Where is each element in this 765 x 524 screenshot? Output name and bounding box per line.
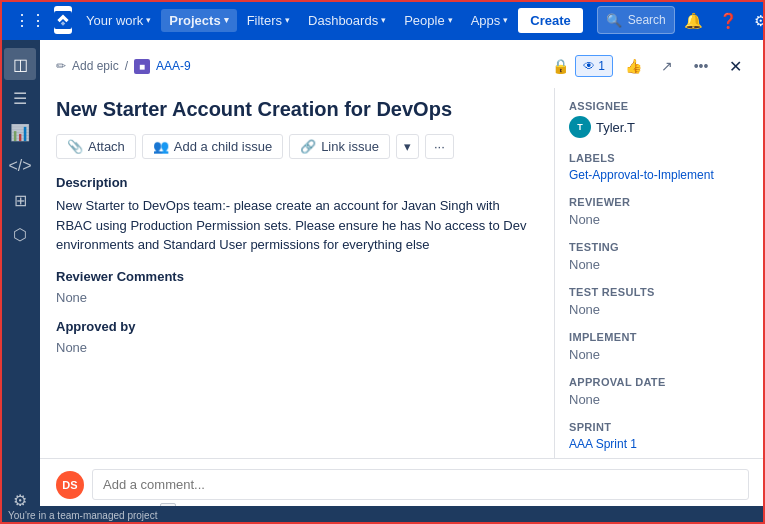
testing-label: Testing [569,241,751,253]
sidebar-item-reports[interactable]: 📊 [4,116,36,148]
labels-field: Labels Get-Approval-to-Implement [569,152,751,182]
sprint-field: Sprint AAA Sprint 1 [569,421,751,451]
issues-icon: ⊞ [14,191,27,210]
issue-title: New Starter Account Creation for DevOps [56,96,538,122]
comment-avatar: DS [56,471,84,499]
implement-label: Implement [569,331,751,343]
grid-icon[interactable]: ⋮⋮ [8,5,52,36]
assignee-field: Assignee T Tyler.T [569,100,751,138]
share-button[interactable]: ↗ [653,52,681,80]
chevron-down-icon: ▾ [448,15,453,25]
reviewer-comments-value: None [56,290,538,305]
dashboards-nav[interactable]: Dashboards ▾ [300,9,394,32]
reviewer-field: Reviewer None [569,196,751,227]
reviewer-label: Reviewer [569,196,751,208]
description-label: Description [56,175,538,190]
chevron-down-icon: ▾ [146,15,151,25]
issue-panel: ✏ Add epic / ■ AAA-9 🔒 👁 1 👍 ↗ ••• ✕ [40,40,765,524]
sidebar-item-issues[interactable]: ⊞ [4,184,36,216]
approval-date-label: Approval Date [569,376,751,388]
components-icon: ⬡ [13,225,27,244]
sidebar: ◫ ☰ 📊 </> ⊞ ⬡ ⚙ [0,40,40,524]
svg-rect-0 [54,11,72,29]
apps-nav[interactable]: Apps ▾ [463,9,517,32]
testing-field: Testing None [569,241,751,272]
approval-date-value: None [569,392,751,407]
status-bar: You're in a team-managed project [0,506,765,524]
lock-icon[interactable]: 🔒 [552,58,569,74]
attach-icon: 📎 [67,139,83,154]
board-icon: ◫ [13,55,28,74]
top-nav-icons: 🔔 ❓ ⚙ [677,8,765,33]
chevron-down-icon: ▾ [224,15,229,25]
search-icon: 🔍 [606,13,622,28]
link-button[interactable]: 🔗 Link issue [289,134,390,159]
comment-input[interactable] [92,469,749,500]
approval-date-field: Approval Date None [569,376,751,407]
breadcrumb: ✏ Add epic / ■ AAA-9 [56,59,544,74]
labels-label: Labels [569,152,751,164]
your-work-nav[interactable]: Your work ▾ [78,9,159,32]
edit-icon: ✏ [56,59,66,73]
child-icon: 👥 [153,139,169,154]
approved-by-value: None [56,340,538,355]
issue-left-panel: New Starter Account Creation for DevOps … [40,88,555,458]
search-bar[interactable]: 🔍 Search [597,6,675,34]
issue-header: ✏ Add epic / ■ AAA-9 🔒 👁 1 👍 ↗ ••• ✕ [40,40,765,88]
backlog-icon: ☰ [13,89,27,108]
labels-value[interactable]: Get-Approval-to-Implement [569,168,751,182]
dropdown-button[interactable]: ▾ [396,134,419,159]
sidebar-item-code[interactable]: </> [4,150,36,182]
sidebar-item-components[interactable]: ⬡ [4,218,36,250]
watch-button[interactable]: 👁 1 [575,55,613,77]
testing-value: None [569,257,751,272]
reviewer-value: None [569,212,751,227]
eye-icon: 👁 [583,59,595,73]
breadcrumb-separator: / [125,59,128,73]
close-button[interactable]: ✕ [721,52,749,80]
reports-icon: 📊 [10,123,30,142]
projects-nav[interactable]: Projects ▾ [161,9,236,32]
help-icon[interactable]: ❓ [712,8,745,33]
more-actions-button[interactable]: ••• [687,52,715,80]
add-child-button[interactable]: 👥 Add a child issue [142,134,283,159]
issue-top-actions: 🔒 👁 1 👍 ↗ ••• ✕ [552,52,749,80]
attach-button[interactable]: 📎 Attach [56,134,136,159]
create-button[interactable]: Create [518,8,582,33]
filters-nav[interactable]: Filters ▾ [239,9,298,32]
implement-value: None [569,347,751,362]
chevron-down-icon: ▾ [503,15,508,25]
assignee-avatar: T [569,116,591,138]
main-area: ✏ Add epic / ■ AAA-9 🔒 👁 1 👍 ↗ ••• ✕ [40,40,765,524]
more-button[interactable]: ··· [425,134,454,159]
settings-icon[interactable]: ⚙ [747,8,765,33]
chevron-down-icon: ▾ [381,15,386,25]
sidebar-item-backlog[interactable]: ☰ [4,82,36,114]
like-button[interactable]: 👍 [619,52,647,80]
issue-toolbar: 📎 Attach 👥 Add a child issue 🔗 Link issu… [56,134,538,159]
implement-field: Implement None [569,331,751,362]
comment-input-row: DS [56,469,749,500]
people-nav[interactable]: People ▾ [396,9,460,32]
sidebar-item-board[interactable]: ◫ [4,48,36,80]
link-icon: 🔗 [300,139,316,154]
assignee-label: Assignee [569,100,751,112]
assignee-value[interactable]: T Tyler.T [569,116,751,138]
notifications-icon[interactable]: 🔔 [677,8,710,33]
code-icon: </> [8,157,31,175]
issue-right-panel: Assignee T Tyler.T Labels Get-Approval-t… [555,88,765,458]
issue-body: New Starter Account Creation for DevOps … [40,88,765,458]
test-results-field: Test results None [569,286,751,317]
chevron-down-icon: ▾ [285,15,290,25]
epic-icon: ■ [134,59,150,74]
sprint-label: Sprint [569,421,751,433]
test-results-label: Test results [569,286,751,298]
test-results-value: None [569,302,751,317]
top-navigation: ⋮⋮ Your work ▾ Projects ▾ Filters ▾ Dash… [0,0,765,40]
reviewer-comments-label: Reviewer Comments [56,269,538,284]
app-logo[interactable] [54,6,72,34]
sprint-value[interactable]: AAA Sprint 1 [569,437,751,451]
approved-by-label: Approved by [56,319,538,334]
description-text: New Starter to DevOps team:- please crea… [56,196,538,255]
